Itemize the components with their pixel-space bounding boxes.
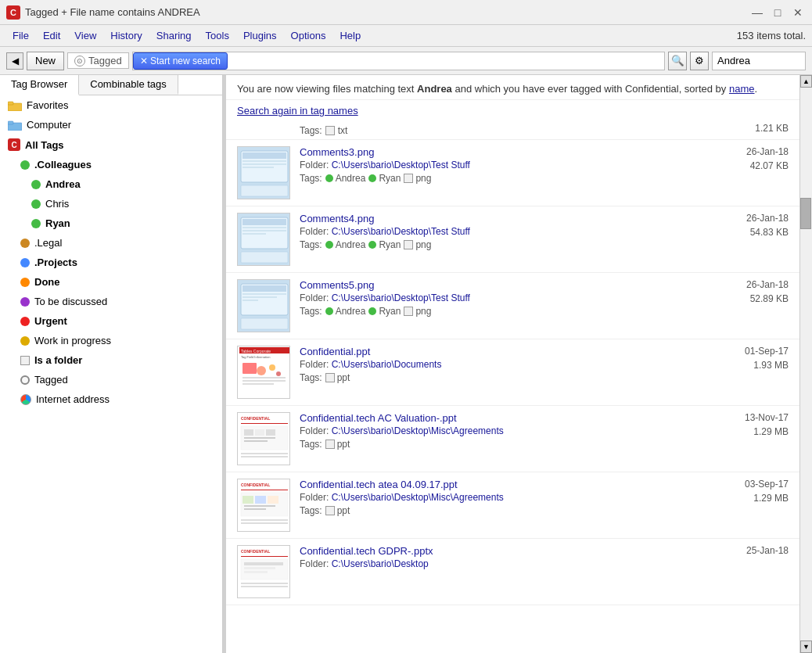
app-icon: C <box>6 5 20 20</box>
thumbnail-svg: CONFIDENTIAL <box>238 412 289 465</box>
sidebar-label-andrea: Andrea <box>45 178 81 190</box>
svg-text:Tables Corporate: Tables Corporate <box>241 349 271 353</box>
svg-rect-1 <box>8 102 13 105</box>
search-input[interactable] <box>712 52 806 70</box>
sort-link[interactable]: name <box>729 83 755 95</box>
tag-box-icon <box>325 126 335 135</box>
search-icon-button[interactable]: 🔍 <box>668 52 687 70</box>
scroll-thumb[interactable] <box>800 198 811 229</box>
sidebar-label-internet-address: Internet address <box>36 393 110 405</box>
file-thumbnail <box>237 146 290 199</box>
svg-rect-55 <box>244 508 266 510</box>
svg-rect-34 <box>243 380 286 382</box>
back-button[interactable]: ◀ <box>6 52 23 70</box>
title-bar: C Tagged + File name contains ANDREA — □… <box>0 0 812 25</box>
tag-box-icon <box>325 506 335 515</box>
svg-rect-10 <box>241 185 288 196</box>
sidebar-item-projects[interactable]: .Projects <box>0 253 222 272</box>
menu-history[interactable]: History <box>104 28 148 43</box>
menu-bar: File Edit View History Sharing Tools Plu… <box>0 25 812 47</box>
file-info: Comments5.png Folder: C:\Users\bario\Des… <box>300 279 717 317</box>
file-name[interactable]: Confidential.ppt <box>300 346 717 357</box>
sidebar-item-colleagues[interactable]: .Colleagues <box>0 155 222 174</box>
menu-plugins[interactable]: Plugins <box>237 28 283 43</box>
svg-rect-54 <box>244 505 275 507</box>
is-a-folder-icon <box>20 356 30 365</box>
menu-sharing[interactable]: Sharing <box>150 28 198 43</box>
svg-point-31 <box>269 364 275 371</box>
svg-rect-41 <box>255 429 264 436</box>
svg-rect-46 <box>241 456 288 457</box>
file-name[interactable]: Comments3.png <box>300 146 717 158</box>
sidebar-item-favorites[interactable]: Favorites <box>0 95 222 115</box>
table-row: Comments3.png Folder: C:\Users\bario\Des… <box>226 140 799 206</box>
tab-tag-browser[interactable]: Tag Browser <box>0 75 79 95</box>
sidebar-item-to-be-discussed[interactable]: To be discussed <box>0 292 222 311</box>
menu-view[interactable]: View <box>68 28 102 43</box>
sidebar-item-work-in-progress[interactable]: Work in progress <box>0 331 222 350</box>
tag-box-icon <box>404 174 413 183</box>
sidebar-item-legal[interactable]: .Legal <box>0 233 222 253</box>
svg-rect-66 <box>241 586 288 587</box>
menu-edit[interactable]: Edit <box>37 28 66 43</box>
sidebar-label-favorites: Favorites <box>27 99 68 111</box>
svg-rect-42 <box>266 429 275 436</box>
file-name[interactable]: Comments4.png <box>300 213 717 224</box>
sidebar-item-tagged[interactable]: Tagged <box>0 370 222 389</box>
item-count: 153 items total. <box>737 30 806 41</box>
sidebar-item-all-tags[interactable]: C All Tags <box>0 135 222 155</box>
sidebar-item-ryan[interactable]: Ryan <box>0 213 222 233</box>
scrollbar[interactable]: ▲ ▼ <box>799 75 812 653</box>
scroll-up-button[interactable]: ▲ <box>800 75 812 88</box>
urgent-dot-icon <box>20 317 30 326</box>
svg-rect-35 <box>243 383 274 385</box>
sidebar-item-internet-address[interactable]: Internet address <box>0 389 222 409</box>
svg-text:CONFIDENTIAL: CONFIDENTIAL <box>241 549 270 554</box>
svg-rect-9 <box>243 167 274 168</box>
tag-pill: Ryan <box>368 239 401 250</box>
sidebar-label-colleagues: .Colleagues <box>34 159 92 170</box>
close-button[interactable]: ✕ <box>790 5 806 20</box>
svg-rect-15 <box>243 230 286 231</box>
sidebar-label-urgent: Urgent <box>34 315 67 327</box>
scroll-down-button[interactable]: ▼ <box>800 640 812 653</box>
sidebar-label-projects: .Projects <box>34 257 77 268</box>
tag-dot-icon <box>368 307 376 315</box>
menu-help[interactable]: Help <box>333 28 367 43</box>
start-new-search-button[interactable]: ✕ Start new search <box>133 52 228 70</box>
file-name[interactable]: Confidential.tech GDPR-.pptx <box>300 545 717 557</box>
sidebar-item-chris[interactable]: Chris <box>0 194 222 213</box>
tab-combinable-tags[interactable]: Combinable tags <box>79 75 178 95</box>
tag-pill: Andrea <box>325 306 366 317</box>
minimize-button[interactable]: — <box>749 5 765 20</box>
file-name[interactable]: Comments5.png <box>300 279 717 291</box>
maximize-button[interactable]: □ <box>770 5 785 20</box>
settings-icon-button[interactable]: ⚙ <box>690 52 709 70</box>
menu-file[interactable]: File <box>6 28 35 43</box>
file-size: 1.21 KB <box>755 123 789 134</box>
file-thumbnail: CONFIDENTIAL <box>237 479 290 532</box>
menu-tools[interactable]: Tools <box>199 28 235 43</box>
tagged-dot-icon <box>20 375 30 385</box>
sidebar-item-andrea[interactable]: Andrea <box>0 174 222 194</box>
tag-box-icon <box>404 307 413 316</box>
sidebar-item-done[interactable]: Done <box>0 272 222 292</box>
file-date: 25-Jan-18 <box>726 545 789 556</box>
sidebar-item-is-a-folder[interactable]: Is a folder <box>0 350 222 370</box>
file-folder: Folder: C:\Users\bario\Documents <box>300 359 717 370</box>
search-again-link[interactable]: Search again in tag names <box>237 105 789 117</box>
file-name[interactable]: Confidential.tech atea 04.09.17.ppt <box>300 479 717 490</box>
file-size: 1.29 MB <box>726 426 789 437</box>
file-info: Tags: txt <box>300 123 717 136</box>
menu-options[interactable]: Options <box>285 28 332 43</box>
thumbnail-svg: CONFIDENTIAL <box>238 479 289 532</box>
svg-rect-44 <box>244 440 268 442</box>
file-date: 01-Sep-17 <box>726 346 789 357</box>
sidebar-item-urgent[interactable]: Urgent <box>0 311 222 331</box>
search-box[interactable]: ✕ Start new search <box>132 52 665 70</box>
svg-text:Tag Field Information: Tag Field Information <box>241 355 270 359</box>
new-button[interactable]: New <box>27 52 64 70</box>
sidebar-item-computer[interactable]: Computer <box>0 115 222 135</box>
svg-rect-33 <box>243 377 286 379</box>
file-name[interactable]: Confidential.tech AC Valuation-.ppt <box>300 412 717 424</box>
